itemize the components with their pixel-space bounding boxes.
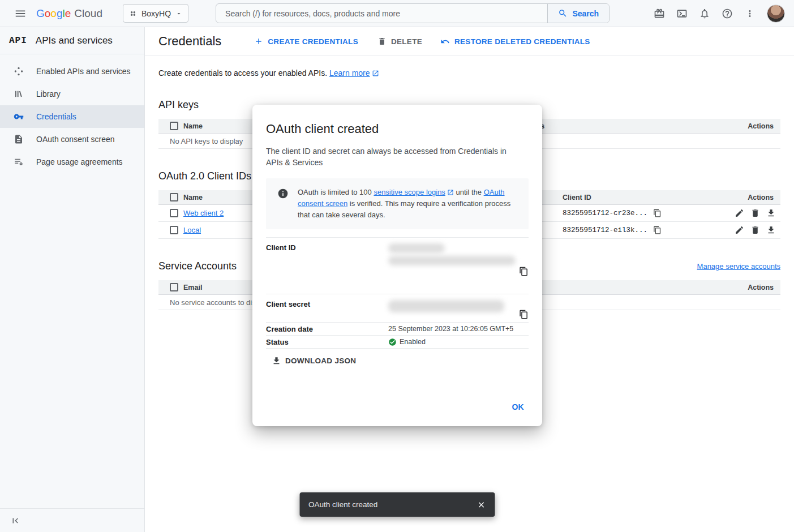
collapse-icon: [10, 516, 20, 526]
select-all-checkbox[interactable]: [170, 122, 178, 130]
download-icon: [272, 356, 281, 366]
api-keys-heading: API keys: [158, 99, 199, 111]
row-checkbox[interactable]: [170, 209, 178, 217]
sidebar-item-enabled-apis[interactable]: Enabled APIs and services: [0, 60, 144, 83]
avatar[interactable]: [767, 5, 785, 23]
client-id-value-redacted: [388, 243, 529, 276]
learn-more-link[interactable]: Learn more: [329, 68, 379, 78]
sidebar-item-label: OAuth consent screen: [36, 135, 115, 144]
restore-deleted-credentials-button[interactable]: RESTORE DELETED CREDENTIALS: [440, 37, 590, 46]
delete-label: DELETE: [391, 37, 422, 46]
enabled-apis-icon: [14, 66, 24, 76]
copy-icon[interactable]: [653, 209, 662, 217]
chevron-down-icon: [175, 10, 182, 17]
delete-trash-icon[interactable]: [750, 208, 760, 218]
redacted-client-id: [388, 243, 516, 265]
agreements-icon: [14, 157, 24, 167]
trash-icon: [377, 37, 387, 46]
sidebar-item-page-usage-agreements[interactable]: Page usage agreements: [0, 151, 144, 173]
column-header-client-id: Client ID: [563, 194, 713, 201]
client-id-cell: 83255951712-eil3k...: [563, 226, 713, 234]
edit-pencil-icon[interactable]: [735, 208, 744, 218]
logo-letter: o: [45, 7, 51, 20]
collapse-sidebar-button[interactable]: [0, 508, 144, 532]
service-accounts-heading: Service Accounts: [158, 260, 237, 272]
toast-message: OAuth client created: [308, 500, 377, 509]
client-id-label: Client ID: [266, 243, 388, 294]
creation-date-value: 25 September 2023 at 10:26:05 GMT+5: [388, 325, 529, 333]
gift-icon[interactable]: [648, 2, 671, 25]
oauth-client-created-dialog: OAuth client created The client ID and s…: [252, 105, 542, 426]
toast-close-button[interactable]: [471, 495, 491, 515]
search-bar: Search: [216, 3, 610, 23]
sensitive-scope-logins-link[interactable]: sensitive scope logins: [374, 188, 453, 196]
check-circle-icon: [388, 338, 397, 346]
logo-letter: G: [36, 7, 45, 20]
status-value: Enabled: [388, 338, 529, 346]
manage-service-accounts-link[interactable]: Manage service accounts: [697, 262, 780, 271]
logo-letter: e: [65, 7, 71, 20]
redacted-bar: [388, 256, 516, 265]
copy-icon[interactable]: [519, 267, 529, 276]
client-name-link[interactable]: Local: [183, 226, 201, 234]
column-header-actions: Actions: [713, 122, 780, 130]
client-secret-row: Client secret: [266, 294, 529, 323]
edit-pencil-icon[interactable]: [735, 225, 744, 235]
cloud-shell-icon[interactable]: [671, 2, 693, 25]
client-name-link[interactable]: Web client 2: [183, 209, 224, 217]
restore-label: RESTORE DELETED CREDENTIALS: [454, 37, 590, 46]
dialog-subtitle: The client ID and secret can always be a…: [266, 145, 516, 168]
sidebar: API APIs and services Enabled APIs and s…: [0, 27, 145, 532]
status-row: Status Enabled: [266, 336, 529, 349]
copy-icon[interactable]: [653, 226, 662, 234]
sidebar-item-label: Credentials: [36, 112, 76, 121]
key-icon: [14, 111, 24, 122]
api-product-logo: API: [9, 36, 27, 46]
delete-button[interactable]: DELETE: [377, 37, 422, 46]
sidebar-item-credentials[interactable]: Credentials: [0, 105, 144, 128]
creation-date-label: Creation date: [266, 325, 388, 333]
creation-date-row: Creation date 25 September 2023 at 10:26…: [266, 323, 529, 336]
intro-text: Create credentials to access your enable…: [158, 68, 780, 78]
consent-screen-icon: [14, 134, 24, 144]
plus-icon: [254, 37, 263, 46]
sidebar-header: API APIs and services: [0, 27, 144, 54]
download-json-button[interactable]: DOWNLOAD JSON: [268, 354, 359, 368]
create-credentials-button[interactable]: CREATE CREDENTIALS: [254, 37, 358, 46]
hamburger-menu-icon[interactable]: [9, 2, 32, 25]
dialog-notice: OAuth is limited to 100 sensitive scope …: [266, 178, 529, 229]
intro-sentence: Create credentials to access your enable…: [158, 68, 327, 78]
delete-trash-icon[interactable]: [750, 225, 760, 235]
select-all-checkbox[interactable]: [170, 283, 178, 291]
client-secret-label: Client secret: [266, 300, 388, 322]
select-all-checkbox[interactable]: [170, 193, 178, 201]
help-icon[interactable]: [716, 2, 739, 25]
logo-cloud-text: Cloud: [74, 7, 102, 20]
sidebar-item-library[interactable]: Library: [0, 83, 144, 105]
more-options-icon[interactable]: [739, 2, 761, 25]
topbar-actions: [648, 2, 785, 25]
download-icon[interactable]: [766, 208, 776, 218]
sidebar-item-oauth-consent[interactable]: OAuth consent screen: [0, 128, 144, 151]
project-icon: [129, 10, 137, 18]
notice-mid: until the: [454, 188, 484, 196]
project-selector[interactable]: BoxyHQ: [123, 4, 188, 23]
search-input[interactable]: [216, 4, 547, 23]
api-keys-empty-text: No API keys to display: [170, 137, 243, 145]
search-button[interactable]: Search: [547, 4, 609, 23]
copy-icon[interactable]: [519, 310, 529, 319]
notifications-bell-icon[interactable]: [693, 2, 716, 25]
client-id-row: Client ID: [266, 238, 529, 294]
dialog-fields: Client ID Client secret Creation date 25…: [266, 237, 529, 349]
google-cloud-logo[interactable]: G o o g l e Cloud: [36, 7, 102, 20]
ok-button[interactable]: OK: [507, 399, 529, 415]
download-icon[interactable]: [766, 225, 776, 235]
sidebar-item-label: Page usage agreements: [36, 157, 123, 166]
close-icon: [477, 500, 486, 509]
external-link-icon: [447, 189, 454, 196]
row-checkbox[interactable]: [170, 226, 178, 234]
undo-icon: [440, 37, 450, 46]
status-label: Status: [266, 338, 388, 346]
row-actions: [713, 208, 780, 218]
redacted-bar: [388, 243, 445, 253]
